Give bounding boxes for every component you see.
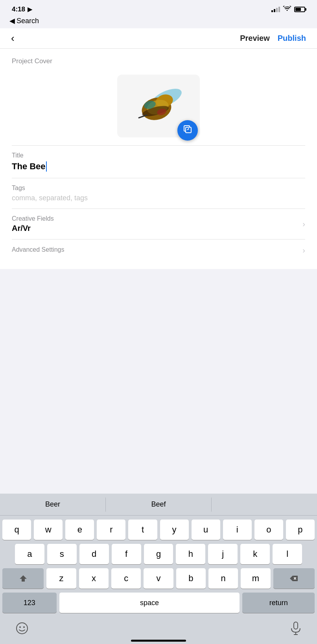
- key-q[interactable]: q: [2, 520, 31, 540]
- tags-field[interactable]: Tags comma, separated, tags: [0, 178, 317, 209]
- predictive-word-1[interactable]: Beer: [0, 494, 105, 515]
- status-time-area: 4:18 ▶: [12, 5, 32, 13]
- numbers-key[interactable]: 123: [2, 593, 57, 613]
- predictive-bar: Beer Beef: [0, 494, 317, 516]
- wifi-icon: [283, 6, 291, 13]
- svg-point-12: [23, 626, 25, 628]
- key-d[interactable]: d: [79, 544, 109, 564]
- advanced-settings-chevron-icon: ›: [302, 246, 305, 255]
- key-g[interactable]: g: [144, 544, 173, 564]
- creative-fields-row[interactable]: Creative Fields Ar/Vr ›: [0, 209, 317, 239]
- back-to-search[interactable]: ◀ Search: [9, 16, 39, 25]
- space-label: space: [140, 599, 159, 607]
- svg-point-10: [17, 623, 28, 634]
- edit-icon: [183, 124, 192, 136]
- key-b[interactable]: b: [176, 568, 206, 589]
- home-indicator: [131, 640, 186, 642]
- key-o[interactable]: o: [254, 520, 283, 540]
- key-h[interactable]: h: [176, 544, 205, 564]
- nav-preview-label: Preview: [240, 34, 270, 43]
- key-u[interactable]: u: [192, 520, 220, 540]
- title-text: The Bee: [12, 161, 46, 172]
- nav-publish-button[interactable]: Publish: [278, 34, 306, 43]
- svg-point-11: [19, 626, 21, 628]
- status-bar: 4:18 ▶: [0, 0, 317, 16]
- key-c[interactable]: c: [111, 568, 141, 589]
- title-field[interactable]: Title The Bee: [0, 146, 317, 178]
- key-r[interactable]: r: [97, 520, 125, 540]
- shift-key[interactable]: [2, 568, 44, 589]
- advanced-settings-row[interactable]: Advanced Settings ›: [0, 240, 317, 261]
- text-cursor: [46, 161, 47, 172]
- predictive-word-2[interactable]: Beef: [106, 494, 211, 515]
- battery-icon: [294, 7, 305, 12]
- title-value[interactable]: The Bee: [12, 161, 305, 172]
- main-content: Project Cover: [0, 49, 317, 269]
- key-y[interactable]: y: [160, 520, 189, 540]
- back-search-label: Search: [17, 17, 39, 25]
- delete-key[interactable]: [273, 568, 315, 589]
- back-chevron-icon: ◀: [9, 16, 15, 25]
- title-label: Title: [12, 152, 305, 159]
- nav-back-button[interactable]: ‹: [11, 32, 15, 44]
- key-m[interactable]: m: [241, 568, 270, 589]
- space-key[interactable]: space: [59, 593, 240, 613]
- project-cover-label: Project Cover: [0, 49, 317, 71]
- key-x[interactable]: x: [79, 568, 109, 589]
- creative-fields-value: Ar/Vr: [12, 224, 54, 233]
- emoji-button[interactable]: [16, 622, 28, 637]
- key-w[interactable]: w: [34, 520, 63, 540]
- nav-bar: ‹ Preview Publish: [0, 28, 317, 49]
- edit-cover-button[interactable]: [177, 120, 198, 141]
- key-row-1: q w e r t y u i o p: [2, 520, 315, 540]
- key-a[interactable]: a: [15, 544, 44, 564]
- nav-right-area: Preview Publish: [240, 34, 306, 43]
- tags-placeholder: comma, separated, tags: [12, 194, 305, 202]
- predictive-word-3[interactable]: [212, 494, 317, 515]
- keyboard-rows: q w e r t y u i o p a s d f g h j k l: [0, 516, 317, 618]
- key-row-2: a s d f g h j k l: [2, 544, 315, 564]
- keyboard-area: Beer Beef q w e r t y u i o p a s d f g …: [0, 494, 317, 644]
- back-search-bar: ◀ Search: [0, 16, 317, 28]
- key-f[interactable]: f: [112, 544, 141, 564]
- key-k[interactable]: k: [240, 544, 270, 564]
- advanced-settings-label: Advanced Settings: [12, 246, 64, 253]
- key-n[interactable]: n: [208, 568, 238, 589]
- key-i[interactable]: i: [223, 520, 252, 540]
- key-t[interactable]: t: [128, 520, 157, 540]
- key-j[interactable]: j: [208, 544, 238, 564]
- key-v[interactable]: v: [144, 568, 173, 589]
- return-label: return: [269, 599, 288, 607]
- key-l[interactable]: l: [273, 544, 302, 564]
- cover-image-area: [0, 71, 317, 145]
- microphone-button[interactable]: [290, 622, 301, 638]
- key-row-3: z x c v b n m: [2, 568, 315, 589]
- return-key[interactable]: return: [242, 593, 315, 613]
- time-display: 4:18: [12, 5, 25, 13]
- numbers-label: 123: [24, 599, 35, 607]
- key-s[interactable]: s: [47, 544, 77, 564]
- creative-fields-chevron-icon: ›: [302, 220, 305, 229]
- location-icon: ▶: [28, 6, 32, 13]
- signal-icon: [271, 7, 280, 12]
- key-p[interactable]: p: [286, 520, 315, 540]
- status-icons: [271, 6, 305, 13]
- key-e[interactable]: e: [65, 520, 94, 540]
- key-row-4: 123 space return: [2, 593, 315, 613]
- key-z[interactable]: z: [46, 568, 76, 589]
- tags-label: Tags: [12, 185, 305, 192]
- creative-fields-label: Creative Fields: [12, 215, 54, 222]
- svg-rect-13: [294, 622, 298, 629]
